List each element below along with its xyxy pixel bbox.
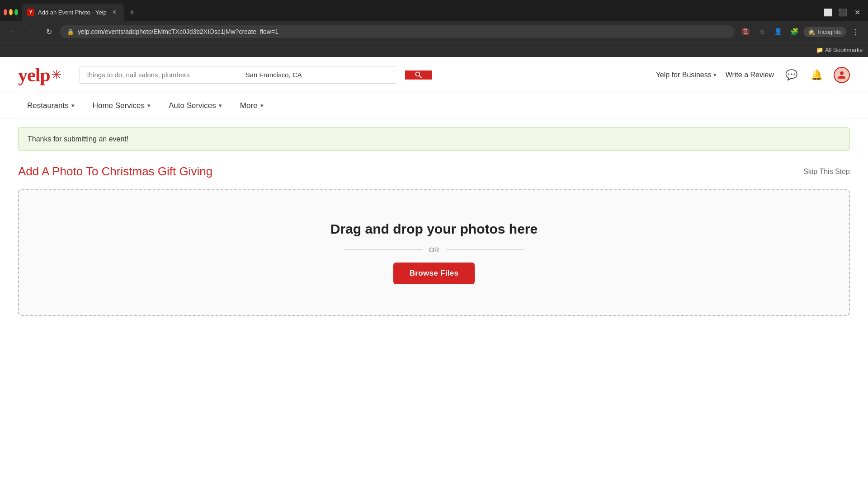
search-find-input[interactable] (80, 66, 238, 83)
auto-services-chevron: ▾ (219, 102, 222, 109)
tab-close-button[interactable]: ✕ (110, 8, 118, 16)
yelp-header: yelp ✳ Yelp for Business ▾ Write a Revie… (0, 57, 868, 93)
or-line-left (344, 249, 422, 250)
address-bar-row: ← → ↻ 🔒 yelp.com/events/addphoto/EMmcTXc… (0, 21, 868, 42)
back-button[interactable]: ← (5, 24, 20, 39)
success-banner: Thanks for submitting an event! (18, 127, 850, 151)
success-text: Thanks for submitting an event! (28, 135, 128, 143)
search-icon (414, 70, 423, 80)
messages-icon[interactable]: 💬 (783, 67, 799, 83)
write-review-link[interactable]: Write a Review (726, 71, 774, 79)
nav-more[interactable]: More ▾ (231, 93, 273, 118)
or-line-right (446, 249, 524, 250)
user-avatar[interactable] (834, 67, 850, 83)
search-near-input[interactable] (238, 66, 396, 83)
active-tab[interactable]: Y Add an Event Photo - Yelp ✕ (22, 4, 124, 21)
menu-icon[interactable]: ⋮ (848, 24, 863, 39)
search-bar (80, 66, 396, 84)
nav-restaurants[interactable]: Restaurants ▾ (18, 93, 84, 118)
nav-right-icons: 📵 ☆ 👤 🧩 🕵 Incognito ⋮ (738, 24, 863, 39)
url-text: yelp.com/events/addphoto/EMmcTXc0Jd3b2XI… (78, 28, 727, 35)
more-chevron: ▾ (260, 102, 264, 109)
nav-auto-services[interactable]: Auto Services ▾ (160, 93, 231, 118)
yelp-logo-burst: ✳ (51, 67, 61, 82)
tab-favicon: Y (27, 9, 34, 16)
incognito-icon: 🕵 (808, 28, 815, 35)
drop-zone[interactable]: Drag and drop your photos here OR Browse… (18, 189, 850, 316)
yelp-for-business-text: Yelp for Business (656, 71, 712, 79)
drop-zone-text: Drag and drop your photos here (330, 221, 538, 237)
page-heading: Add A Photo To Christmas Gift Giving Ski… (18, 164, 850, 178)
header-right: Yelp for Business ▾ Write a Review 💬 🔔 (656, 67, 850, 83)
nav-home-services[interactable]: Home Services ▾ (84, 93, 160, 118)
skip-this-step-link[interactable]: Skip This Step (803, 168, 850, 176)
browser-chrome: Y Add an Event Photo - Yelp ✕ + ⬜ ⬛ ✕ ← … (0, 0, 868, 57)
address-bar[interactable]: 🔒 yelp.com/events/addphoto/EMmcTXc0Jd3b2… (60, 25, 735, 38)
window-controls (4, 5, 18, 19)
close-window-button[interactable]: ✕ (850, 5, 864, 19)
incognito-badge[interactable]: 🕵 Incognito (803, 27, 846, 37)
reload-button[interactable]: ↻ (42, 24, 56, 39)
bookmarks-bar: 📁 All Bookmarks (0, 42, 868, 57)
nav-menu: Restaurants ▾ Home Services ▾ Auto Servi… (0, 93, 868, 118)
extensions-icon[interactable]: 🧩 (787, 24, 802, 39)
maximize-button[interactable]: ⬛ (835, 5, 850, 19)
user-icon (837, 70, 846, 80)
incognito-label: Incognito (818, 28, 842, 35)
profile-icon[interactable]: 👤 (771, 24, 785, 39)
bookmark-icon[interactable]: ☆ (755, 24, 769, 39)
or-label: OR (429, 246, 439, 253)
all-bookmarks-link[interactable]: 📁 All Bookmarks (816, 47, 863, 53)
tab-bar: Y Add an Event Photo - Yelp ✕ + ⬜ ⬛ ✕ (0, 0, 868, 21)
bookmarks-label-text: All Bookmarks (825, 47, 863, 53)
forward-button[interactable]: → (24, 24, 38, 39)
home-services-chevron: ▾ (147, 102, 151, 109)
page-content: yelp ✳ Yelp for Business ▾ Write a Revie… (0, 57, 868, 334)
restaurants-chevron: ▾ (71, 102, 75, 109)
folder-icon: 📁 (816, 47, 823, 53)
search-button[interactable] (405, 70, 432, 80)
page-title: Add A Photo To Christmas Gift Giving (18, 164, 212, 178)
or-divider: OR (344, 246, 524, 253)
browse-files-button[interactable]: Browse Files (393, 263, 475, 284)
tab-title-text: Add an Event Photo - Yelp (38, 9, 107, 16)
security-icon: 🔒 (67, 28, 74, 35)
new-tab-button[interactable]: + (126, 6, 138, 19)
yelp-logo-text: yelp (18, 64, 50, 86)
yelp-for-business-link[interactable]: Yelp for Business ▾ (656, 71, 717, 79)
add-photo-section: Add A Photo To Christmas Gift Giving Ski… (0, 160, 868, 334)
yelp-logo[interactable]: yelp ✳ (18, 64, 61, 86)
cast-icon[interactable]: 📵 (738, 24, 753, 39)
notifications-icon[interactable]: 🔔 (808, 67, 825, 83)
restore-button[interactable]: ⬜ (821, 5, 835, 19)
yelp-for-business-chevron: ▾ (713, 71, 717, 78)
